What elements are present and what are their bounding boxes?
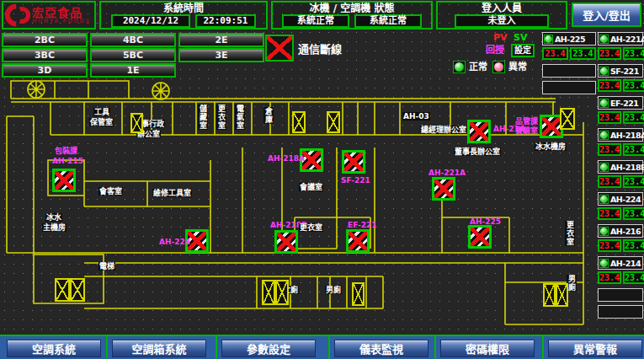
stair-icon bbox=[70, 278, 85, 302]
unit-values: 23.423.4 bbox=[598, 239, 643, 252]
map-room-label: 儲藏室 bbox=[198, 104, 208, 130]
pv-value: 23.4 bbox=[598, 271, 621, 284]
comm-status: 通信斷線 bbox=[265, 35, 342, 62]
unit-status-led bbox=[599, 131, 609, 140]
nav-button-4[interactable]: 儀表監視 bbox=[334, 340, 428, 357]
map-unit-ah-218b-offline-icon[interactable] bbox=[274, 230, 298, 254]
floor-button-5bc[interactable]: 5BC bbox=[90, 48, 176, 62]
map-unit-label: 實驗室 bbox=[515, 126, 538, 135]
map-room-label: 會議室 bbox=[299, 183, 323, 191]
map-unit-ah-221a-offline-icon[interactable] bbox=[432, 177, 455, 201]
brand-name-en: HUNYA FOODS bbox=[32, 19, 91, 24]
pv-value: 23.4 bbox=[598, 207, 621, 220]
unit-status-led bbox=[599, 35, 609, 44]
nav-button-3[interactable]: 參數設定 bbox=[221, 340, 316, 357]
map-unit-label: AH-221A bbox=[428, 169, 466, 177]
system-time-section: 系統時間 2024/12/12 22:09:51 bbox=[99, 1, 268, 29]
unit-status-led bbox=[544, 35, 553, 44]
spiral-stair-icon bbox=[28, 81, 45, 98]
pv-value: 23.4 bbox=[598, 239, 621, 252]
sidebar-unit-block: AH-218B23.423.4 bbox=[598, 160, 643, 188]
floor-button-2e[interactable]: 2E bbox=[178, 33, 264, 47]
stair-icon bbox=[130, 113, 143, 133]
sidebar-unit-block: AH-21423.423.4 bbox=[598, 256, 643, 284]
pv-value: 23.4 bbox=[598, 175, 621, 188]
unit-values: 23.423.4 bbox=[598, 47, 643, 60]
nav-button-6[interactable]: 異常警報 bbox=[548, 340, 642, 357]
map-unit-ah-214-offline-icon[interactable] bbox=[467, 120, 491, 143]
floor-button-3e[interactable]: 3E bbox=[178, 48, 264, 62]
sidebar-unit-AH-216[interactable]: AH-216 bbox=[598, 224, 643, 238]
sidebar-unit-AH-225[interactable]: AH-225 bbox=[542, 32, 596, 46]
map-unit-label: AH-224 bbox=[159, 238, 190, 246]
legend-setpoint-label: 設定 bbox=[511, 44, 535, 57]
sidebar-unit-AH-224[interactable]: AH-224 bbox=[598, 192, 643, 206]
sv-value: 23.4 bbox=[623, 271, 644, 284]
machine-status-label: 冰機 / 空調機 狀態 bbox=[273, 3, 431, 14]
ahu-status-value: 系統正常 bbox=[354, 14, 422, 28]
abnormal-led bbox=[492, 61, 505, 73]
map-room-label: 更衣室 bbox=[565, 221, 575, 246]
comm-offline-icon bbox=[265, 35, 294, 62]
nav-separator bbox=[106, 336, 108, 359]
legend-abnormal-label: 異常 bbox=[508, 62, 527, 72]
nav-button-2[interactable]: 空調箱系統 bbox=[112, 340, 206, 357]
sidebar-unit-block: AH-22423.423.4 bbox=[598, 192, 643, 220]
unit-status-led bbox=[599, 195, 609, 204]
system-time-value: 22:09:51 bbox=[195, 14, 256, 28]
bottom-nav-bar: 空調系統空調箱系統參數設定儀表監視密碼權限異常警報 bbox=[0, 335, 644, 359]
map-room-label: 保管室 bbox=[89, 118, 114, 126]
map-unit-ah-225-offline-icon[interactable] bbox=[468, 225, 492, 249]
normal-led bbox=[453, 61, 466, 73]
sidebar-unit-SF-221[interactable]: SF-221 bbox=[598, 64, 643, 78]
map-room-label: 董事長辦公室 bbox=[454, 147, 501, 156]
sidebar-unit-AH-218B[interactable]: AH-218B bbox=[598, 160, 643, 174]
floor-button-4bc[interactable]: 4BC bbox=[90, 33, 176, 47]
legend-pv-label: PV bbox=[493, 33, 508, 43]
floor-button-2bc[interactable]: 2BC bbox=[2, 33, 88, 47]
unit-values: 23.423.4 bbox=[598, 271, 643, 284]
map-room-label: 更衣室 bbox=[216, 104, 226, 130]
map-room-label: 主機房 bbox=[42, 223, 67, 232]
login-logout-button[interactable]: 登入/登出 bbox=[572, 3, 641, 27]
stair-icon bbox=[327, 111, 340, 133]
floor-buttons: 2BC4BC2E3BC5BC3E3D1E bbox=[2, 33, 266, 78]
login-label: 登入人員 bbox=[438, 3, 566, 14]
unit-status-led bbox=[599, 67, 609, 76]
stair-icon bbox=[275, 280, 289, 305]
pv-value: 23.4 bbox=[542, 47, 568, 60]
sidebar-empty-slot bbox=[598, 305, 643, 319]
map-unit-sf-221-offline-icon[interactable] bbox=[342, 150, 365, 174]
unit-values: 23.423.4 bbox=[598, 143, 643, 156]
map-unit-ef-221-offline-icon[interactable] bbox=[346, 229, 370, 253]
unit-name: EF-221 bbox=[610, 99, 638, 108]
map-unit-label: SF-221 bbox=[341, 176, 370, 185]
unit-name: AH-221A bbox=[610, 35, 644, 44]
sidebar-unit-EF-221[interactable]: EF-221 bbox=[598, 96, 643, 110]
nav-button-5[interactable]: 密碼權限 bbox=[440, 340, 535, 357]
scada-hmi-screen: 宏亞食品 HUNYA FOODS 系統時間 2024/12/12 22:09:5… bbox=[0, 0, 644, 359]
sidebar-unit-AH-214[interactable]: AH-214 bbox=[598, 256, 643, 270]
unit-values: 23.423.4 bbox=[598, 111, 643, 124]
legend-feedback-label: 回授 bbox=[486, 46, 504, 56]
sidebar-unit-AH-218A[interactable]: AH-218A bbox=[598, 128, 643, 142]
sv-value: 23.4 bbox=[623, 175, 644, 188]
comm-status-label: 通信斷線 bbox=[298, 40, 342, 56]
sv-value: 23.4 bbox=[623, 111, 644, 124]
map-room-label: AH-03 bbox=[402, 112, 430, 121]
legend-normal-label: 正常 bbox=[469, 62, 487, 72]
sidebar-unit-AH-221A[interactable]: AH-221A bbox=[598, 32, 643, 46]
nav-button-1[interactable]: 空調系統 bbox=[7, 340, 101, 357]
map-unit-label: EF-221 bbox=[348, 221, 377, 229]
unit-name: SF-221 bbox=[610, 67, 639, 76]
spiral-stair-icon bbox=[152, 83, 169, 99]
sidebar-unit-block: EF-22123.423.4 bbox=[598, 96, 643, 124]
unit-values: 23.423.4 bbox=[598, 207, 643, 220]
unit-name: AH-214 bbox=[610, 259, 641, 268]
sidebar-unit-block: SF-22123.423.4 bbox=[598, 64, 643, 92]
map-unit-ah-215-offline-icon[interactable] bbox=[52, 169, 76, 192]
floor-button-3bc[interactable]: 3BC bbox=[2, 48, 88, 62]
stair-icon bbox=[352, 282, 365, 306]
unit-name: AH-218A bbox=[610, 131, 644, 140]
brand-name: 宏亞食品 bbox=[32, 7, 91, 19]
